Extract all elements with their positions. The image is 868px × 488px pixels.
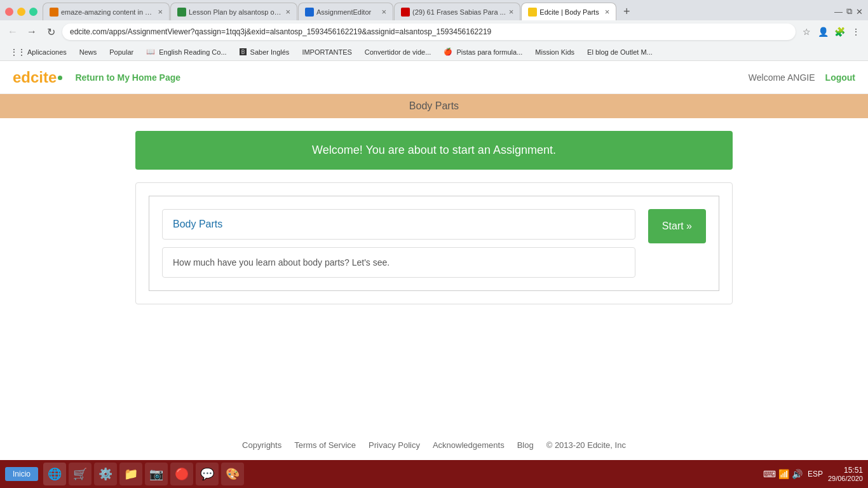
bookmark-convertidor-label: Convertidor de vide... xyxy=(365,48,431,56)
bookmark-pistas-icon: 🍎 xyxy=(444,48,452,56)
footer-privacy[interactable]: Privacy Policy xyxy=(369,440,420,450)
bookmark-blog[interactable]: El blog de Outlet M... xyxy=(582,47,658,57)
taskbar-apps: 🌐 🛒 ⚙️ 📁 📷 🔴 💬 🎨 xyxy=(43,463,763,485)
logout-button[interactable]: Logout xyxy=(825,72,855,83)
assignment-description-box: How much have you learn about body parts… xyxy=(162,247,635,278)
bookmark-popular-label: Popular xyxy=(109,48,133,56)
settings-icon: ⚙️ xyxy=(98,467,112,481)
tab-close-3[interactable]: × xyxy=(381,7,386,17)
assignment-inner: Body Parts How much have you learn about… xyxy=(149,196,719,291)
bookmark-news[interactable]: News xyxy=(74,47,102,57)
logo: edcite xyxy=(13,69,62,86)
browser-tab-5[interactable]: Edcite | Body Parts × xyxy=(521,3,616,20)
refresh-button[interactable]: ↻ xyxy=(43,24,58,39)
tab-close-5[interactable]: × xyxy=(605,7,610,17)
footer-acknowledgements[interactable]: Acknowledgements xyxy=(433,440,505,450)
address-bar-input[interactable] xyxy=(62,24,796,40)
tab-favicon-1 xyxy=(50,8,58,17)
taskbar-right: ⌨ 📶 🔊 ESP 15:51 29/06/2020 xyxy=(763,466,863,482)
browser-tab-3[interactable]: AssignmentEditor × xyxy=(298,3,393,20)
bookmark-apps[interactable]: ⋮⋮ Aplicaciones xyxy=(5,46,72,58)
footer-blog[interactable]: Blog xyxy=(517,440,534,450)
footer-terms[interactable]: Terms of Service xyxy=(294,440,356,450)
tab-favicon-3 xyxy=(305,8,314,17)
main-area: Welcome! You are about to start an Assig… xyxy=(0,118,868,430)
bookmark-apps-label: Aplicaciones xyxy=(27,48,67,56)
profile-btn[interactable]: 👤 xyxy=(816,25,830,39)
taskbar-date-display: 29/06/2020 xyxy=(828,475,863,482)
assignment-description: How much have you learn about body parts… xyxy=(173,257,390,268)
bookmark-mission[interactable]: Mission Kids xyxy=(530,47,580,57)
logo-cite: cite xyxy=(31,69,57,86)
bookmark-mission-label: Mission Kids xyxy=(535,48,574,56)
browser-tab-1[interactable]: emaze-amazing content in min... × xyxy=(43,3,170,20)
bookmark-saber-icon: 🅱 xyxy=(240,48,247,56)
bookmark-news-label: News xyxy=(79,48,97,56)
bookmark-popular[interactable]: Popular xyxy=(104,47,139,57)
footer-copyrights[interactable]: Copyrights xyxy=(242,440,281,450)
tab-title-2: Lesson Plan by alsantosp on em... xyxy=(189,8,282,16)
logo-dot xyxy=(58,76,62,80)
tab-close-4[interactable]: × xyxy=(509,7,514,17)
network-icon: 📶 xyxy=(778,469,789,479)
bookmark-star[interactable]: ☆ xyxy=(799,25,813,39)
bookmark-importantes[interactable]: IMPORTANTES xyxy=(297,47,356,57)
assignment-banner: Body Parts xyxy=(0,94,868,118)
chrome-icon: 🔴 xyxy=(175,467,189,481)
taskbar-app-chrome[interactable]: 🔴 xyxy=(170,463,193,485)
ie-icon: 🌐 xyxy=(48,467,62,481)
logo-ed: ed xyxy=(13,69,31,86)
new-tab-button[interactable]: + xyxy=(617,3,636,20)
tab-favicon-5 xyxy=(528,8,537,17)
taskbar-app-skype[interactable]: 💬 xyxy=(196,463,219,485)
start-button[interactable]: Start » xyxy=(648,209,706,243)
window-close-icon[interactable]: ✕ xyxy=(856,7,863,17)
window-close-btn[interactable] xyxy=(5,8,13,16)
tab-favicon-2 xyxy=(177,8,186,17)
taskbar-app-camera[interactable]: 📷 xyxy=(145,463,168,485)
skype-icon: 💬 xyxy=(200,467,214,481)
tab-title-3: AssignmentEditor xyxy=(316,8,378,16)
menu-btn[interactable]: ⋮ xyxy=(849,25,863,39)
tab-title-1: emaze-amazing content in min... xyxy=(61,8,154,16)
bookmark-english-label: English Reading Co... xyxy=(159,48,226,56)
assignment-title: Body Parts xyxy=(173,219,222,229)
taskbar-app-files[interactable]: 📁 xyxy=(119,463,142,485)
keyboard-icon: ⌨ xyxy=(763,469,776,479)
browser-tab-4[interactable]: (29) 61 Frases Sabias Para ... × xyxy=(394,3,520,20)
taskbar-language: ESP xyxy=(808,470,823,478)
window-minimize-icon[interactable]: — xyxy=(834,7,843,17)
window-maximize-btn[interactable] xyxy=(29,8,37,16)
taskbar-app-settings[interactable]: ⚙️ xyxy=(94,463,117,485)
taskbar: Inicio 🌐 🛒 ⚙️ 📁 📷 🔴 💬 🎨 ⌨ 📶 🔊 xyxy=(0,460,868,488)
bookmark-pistas[interactable]: 🍎 Pistas para formula... xyxy=(438,46,527,57)
bookmark-saber-label: Saber Inglés xyxy=(250,48,290,56)
extensions-btn[interactable]: 🧩 xyxy=(832,25,846,39)
taskbar-app-store[interactable]: 🛒 xyxy=(69,463,92,485)
bookmark-saber[interactable]: 🅱 Saber Inglés xyxy=(234,47,295,57)
window-minimize-btn[interactable] xyxy=(17,8,25,16)
start-button-taskbar[interactable]: Inicio xyxy=(5,467,38,481)
bookmark-importantes-label: IMPORTANTES xyxy=(302,48,351,56)
header-right: Welcome ANGIE Logout xyxy=(749,72,855,83)
back-button[interactable]: ← xyxy=(5,24,20,39)
bookmark-pistas-label: Pistas para formula... xyxy=(456,48,522,56)
taskbar-app-paint[interactable]: 🎨 xyxy=(221,463,244,485)
taskbar-clock: 15:51 29/06/2020 xyxy=(828,466,863,482)
tab-close-2[interactable]: × xyxy=(285,7,290,17)
start-button-label: Start » xyxy=(662,220,692,232)
browser-tab-2[interactable]: Lesson Plan by alsantosp on em... × xyxy=(170,3,297,20)
return-home-link[interactable]: Return to My Home Page xyxy=(75,72,180,83)
tab-title-5: Edcite | Body Parts xyxy=(539,8,601,16)
site-header: edcite Return to My Home Page Welcome AN… xyxy=(0,61,868,94)
window-restore-icon[interactable]: ⧉ xyxy=(846,6,852,17)
forward-button[interactable]: → xyxy=(24,24,39,39)
bookmark-convertidor[interactable]: Convertidor de vide... xyxy=(360,47,437,57)
footer-copyright: © 2013-20 Edcite, Inc xyxy=(546,440,626,450)
welcome-box: Welcome! You are about to start an Assig… xyxy=(135,131,733,170)
bookmark-english[interactable]: 📖 English Reading Co... xyxy=(141,46,231,57)
tab-close-1[interactable]: × xyxy=(158,7,163,17)
assignment-title-box: Body Parts xyxy=(162,209,635,240)
bookmark-english-icon: 📖 xyxy=(146,48,155,56)
taskbar-app-ie[interactable]: 🌐 xyxy=(43,463,66,485)
